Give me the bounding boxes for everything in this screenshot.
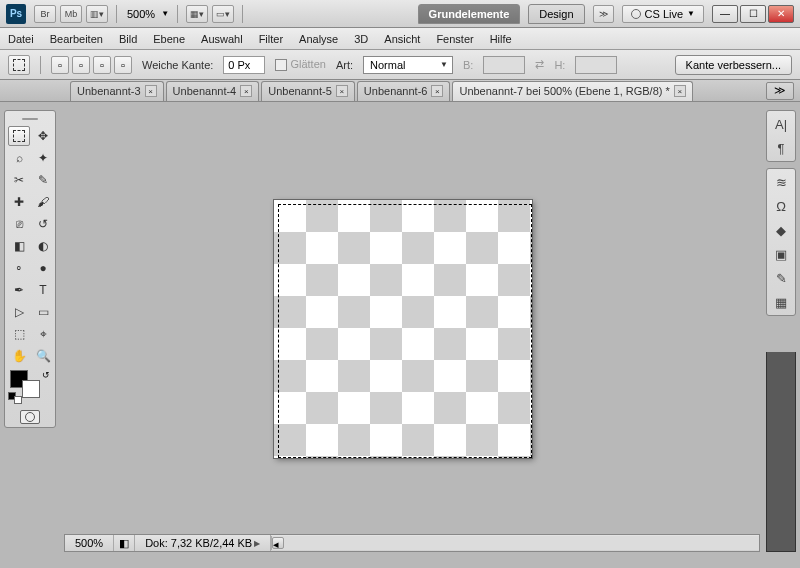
- shape-tool[interactable]: ▭: [32, 302, 54, 322]
- screen-mode-button[interactable]: ▥▾: [86, 5, 108, 23]
- cs-live-button[interactable]: CS Live▼: [622, 5, 704, 23]
- crop-tool[interactable]: ✂: [8, 170, 30, 190]
- clone-source-icon[interactable]: ◆: [771, 221, 791, 239]
- style-select[interactable]: Normal: [363, 56, 453, 74]
- close-icon[interactable]: ×: [240, 85, 252, 97]
- width-label: B:: [463, 59, 473, 71]
- status-doc-info[interactable]: Dok: 7,32 KB/2,44 KB▶: [135, 535, 271, 551]
- window-minimize-button[interactable]: —: [712, 5, 738, 23]
- paragraph-panel-icon[interactable]: ¶: [771, 139, 791, 157]
- arrange-docs-button[interactable]: ▦▾: [186, 5, 208, 23]
- menu-filter[interactable]: Filter: [259, 33, 283, 45]
- horizontal-scrollbar[interactable]: ◂: [271, 536, 759, 550]
- dodge-tool[interactable]: ●: [32, 258, 54, 278]
- swap-colors-icon[interactable]: ↺: [42, 370, 50, 380]
- style-label: Art:: [336, 59, 353, 71]
- separator: [40, 56, 41, 74]
- move-tool[interactable]: ✥: [32, 126, 54, 146]
- canvas-viewport[interactable]: [64, 110, 760, 534]
- panel-dock-background: [766, 352, 796, 552]
- current-tool-icon[interactable]: [8, 55, 30, 75]
- menu-bearbeiten[interactable]: Bearbeiten: [50, 33, 103, 45]
- workspace-more-button[interactable]: ≫: [593, 5, 614, 23]
- 3d-camera-tool[interactable]: ⌖: [32, 324, 54, 344]
- close-icon[interactable]: ×: [336, 85, 348, 97]
- quick-mask-toggle[interactable]: [8, 410, 52, 424]
- doc-tab[interactable]: Unbenannt-3×: [70, 81, 164, 101]
- healing-brush-tool[interactable]: ✚: [8, 192, 30, 212]
- menu-fenster[interactable]: Fenster: [436, 33, 473, 45]
- doc-tab-label: Unbenannt-6: [364, 85, 428, 97]
- menu-auswahl[interactable]: Auswahl: [201, 33, 243, 45]
- screen-layout-button[interactable]: ▭▾: [212, 5, 234, 23]
- color-swatches[interactable]: ↺: [8, 370, 52, 400]
- path-select-tool[interactable]: ▷: [8, 302, 30, 322]
- status-preview-icon[interactable]: ◧: [114, 535, 135, 551]
- panel-grip[interactable]: [8, 114, 52, 124]
- default-colors-icon[interactable]: [14, 396, 22, 404]
- menu-datei[interactable]: Datei: [8, 33, 34, 45]
- doc-tab[interactable]: Unbenannt-5×: [261, 81, 355, 101]
- menu-analyse[interactable]: Analyse: [299, 33, 338, 45]
- doc-tab-label: Unbenannt-7 bei 500% (Ebene 1, RGB/8) *: [459, 85, 669, 97]
- feather-input[interactable]: 0 Px: [223, 56, 265, 74]
- doc-tab-active[interactable]: Unbenannt-7 bei 500% (Ebene 1, RGB/8) *×: [452, 81, 692, 101]
- document-canvas[interactable]: [274, 200, 532, 458]
- refine-edge-button[interactable]: Kante verbessern...: [675, 55, 792, 75]
- type-tool[interactable]: T: [32, 280, 54, 300]
- zoom-tool[interactable]: 🔍: [32, 346, 54, 366]
- doc-tab[interactable]: Unbenannt-4×: [166, 81, 260, 101]
- new-selection-button[interactable]: ▫: [51, 56, 69, 74]
- lasso-tool[interactable]: ⌕: [8, 148, 30, 168]
- status-zoom[interactable]: 500%: [65, 535, 114, 551]
- gradient-tool[interactable]: ◐: [32, 236, 54, 256]
- panel-group: A| ¶: [766, 110, 796, 162]
- window-maximize-button[interactable]: ☐: [740, 5, 766, 23]
- brush-presets-icon[interactable]: Ω: [771, 197, 791, 215]
- window-close-button[interactable]: ✕: [768, 5, 794, 23]
- scrollbar-thumb[interactable]: ◂: [272, 537, 284, 549]
- menu-hilfe[interactable]: Hilfe: [490, 33, 512, 45]
- eraser-tool[interactable]: ◧: [8, 236, 30, 256]
- doc-tab[interactable]: Unbenannt-6×: [357, 81, 451, 101]
- close-icon[interactable]: ×: [431, 85, 443, 97]
- bridge-button[interactable]: Br: [34, 5, 56, 23]
- marquee-tool[interactable]: [8, 126, 30, 146]
- 3d-tool[interactable]: ⬚: [8, 324, 30, 344]
- app-logo: Ps: [6, 4, 26, 24]
- history-brush-tool[interactable]: ↺: [32, 214, 54, 234]
- minibridge-button[interactable]: Mb: [60, 5, 82, 23]
- separator: [116, 5, 117, 23]
- menu-3d[interactable]: 3D: [354, 33, 368, 45]
- brush-panel-icon[interactable]: ≋: [771, 173, 791, 191]
- height-label: H:: [554, 59, 565, 71]
- add-selection-button[interactable]: ▫: [72, 56, 90, 74]
- styles-panel-icon[interactable]: ▦: [771, 293, 791, 311]
- close-icon[interactable]: ×: [145, 85, 157, 97]
- tabs-overflow-button[interactable]: ≫: [766, 82, 794, 100]
- close-icon[interactable]: ×: [674, 85, 686, 97]
- stamp-tool[interactable]: ⎚: [8, 214, 30, 234]
- separator: [177, 5, 178, 23]
- background-color[interactable]: [22, 380, 40, 398]
- eyedropper-tool[interactable]: ✎: [32, 170, 54, 190]
- intersect-selection-button[interactable]: ▫: [114, 56, 132, 74]
- workspace-tab-design[interactable]: Design: [528, 4, 584, 24]
- brush-tool[interactable]: 🖌: [32, 192, 54, 212]
- menu-bild[interactable]: Bild: [119, 33, 137, 45]
- subtract-selection-button[interactable]: ▫: [93, 56, 111, 74]
- swatches-panel-icon[interactable]: ✎: [771, 269, 791, 287]
- cs-live-label: CS Live: [645, 8, 684, 20]
- panel-group: ≋ Ω ◆ ▣ ✎ ▦: [766, 168, 796, 316]
- hand-tool[interactable]: ✋: [8, 346, 30, 366]
- menu-ansicht[interactable]: Ansicht: [384, 33, 420, 45]
- zoom-display[interactable]: 500%: [125, 8, 157, 20]
- tool-presets-icon[interactable]: ▣: [771, 245, 791, 263]
- pen-tool[interactable]: ✒: [8, 280, 30, 300]
- doc-tab-label: Unbenannt-4: [173, 85, 237, 97]
- menu-ebene[interactable]: Ebene: [153, 33, 185, 45]
- magic-wand-tool[interactable]: ✦: [32, 148, 54, 168]
- workspace-tab-grundelemente[interactable]: Grundelemente: [418, 4, 521, 24]
- blur-tool[interactable]: ∘: [8, 258, 30, 278]
- character-panel-icon[interactable]: A|: [771, 115, 791, 133]
